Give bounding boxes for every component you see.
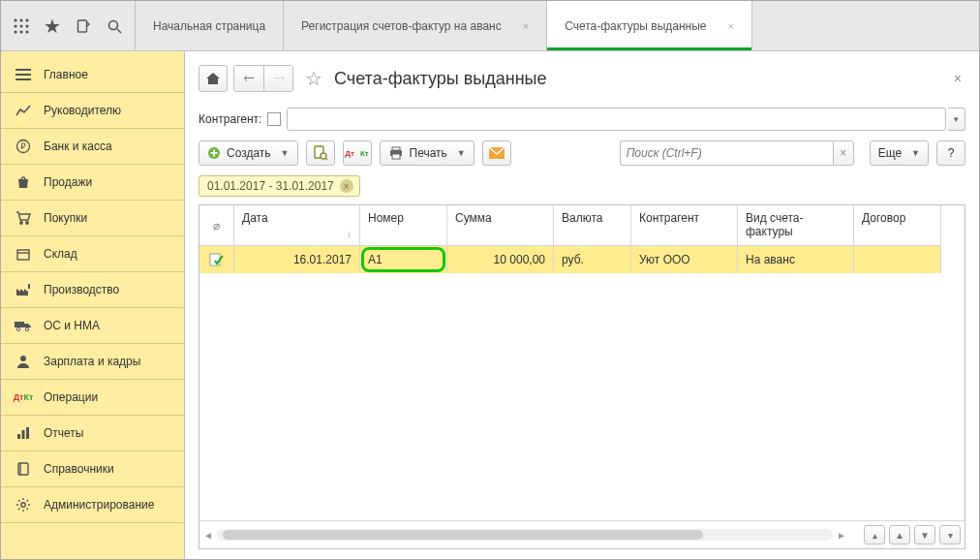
apps-grid-icon[interactable] [13,17,30,35]
counterparty-filter-checkbox[interactable] [267,112,281,126]
cell-counterparty: Уют ООО [631,246,738,273]
sidebar-item-warehouse[interactable]: Склад [1,236,184,272]
sidebar-item-operations[interactable]: ДтКт Операции [1,380,184,416]
paperclip-icon: ⌀ [213,219,220,233]
nav-back-forward: 🡐 🡒 [233,65,293,92]
chevron-down-icon: ▼ [457,148,466,158]
svg-rect-39 [392,147,400,150]
col-currency[interactable]: Валюта [554,205,631,246]
sidebar: Главное Руководителю ₽ Банк и касса Прод… [1,51,185,559]
sidebar-label: Покупки [44,211,87,225]
cell-sum: 10 000,00 [447,246,554,273]
more-button[interactable]: Еще ▼ [870,140,929,166]
tab-invoice-registration[interactable]: Регистрация счетов-фактур на аванс × [284,1,547,50]
box-icon [15,245,32,263]
sidebar-item-hr[interactable]: Зарплата и кадры [1,344,184,380]
history-icon[interactable] [75,17,92,35]
svg-rect-42 [210,254,220,265]
book-icon [15,460,32,478]
sidebar-item-main[interactable]: Главное [1,57,184,93]
more-button-label: Еще [878,146,902,160]
gear-icon [15,496,32,513]
col-counterparty[interactable]: Контрагент [631,205,738,246]
clear-date-icon[interactable]: × [340,179,353,193]
counterparty-filter-input[interactable] [287,108,946,131]
topbar-icon-group: ★ [1,1,136,50]
sidebar-item-assets[interactable]: ОС и НМА [1,308,184,344]
close-panel-button[interactable]: × [950,67,965,90]
nav-forward-button[interactable]: 🡒 [263,66,292,91]
sidebar-label: ОС и НМА [44,319,100,332]
close-icon[interactable]: × [523,20,529,32]
cell-kind: На аванс [738,246,854,273]
find-by-number-button[interactable] [306,140,335,166]
sidebar-label: Главное [44,68,88,81]
home-button[interactable] [199,65,228,92]
chevron-down-icon: ▼ [281,148,290,158]
col-label: Договор [862,211,905,225]
search-input[interactable] [620,140,833,166]
chart-line-icon [15,102,32,119]
sidebar-item-bank[interactable]: ₽ Банк и касса [1,129,184,165]
date-range-chip[interactable]: 01.01.2017 - 31.01.2017 × [199,175,360,197]
sidebar-label: Администрирование [44,498,154,512]
create-button-label: Создать [227,146,271,160]
factory-icon [15,281,32,298]
tab-label: Начальная страница [153,19,265,33]
svg-point-8 [25,30,28,33]
sidebar-item-manager[interactable]: Руководителю [1,93,184,129]
tab-issued-invoices[interactable]: Счета-фактуры выданные × [547,1,752,50]
help-button[interactable]: ? [936,140,965,166]
create-button[interactable]: Создать ▼ [199,140,298,166]
sidebar-item-production[interactable]: Производство [1,272,184,308]
sidebar-item-reports[interactable]: Отчеты [1,416,184,451]
svg-point-3 [14,24,16,27]
cell-date: 16.01.2017 [234,246,360,273]
svg-point-10 [109,20,118,29]
table-header: ⌀ Дата ↓ Номер Сумма Валюта Контрагент В… [199,205,965,246]
sidebar-item-purchases[interactable]: Покупки [1,201,184,236]
horizontal-scrollbar[interactable] [217,529,833,541]
counterparty-filter-dropdown[interactable]: ▾ [948,108,965,131]
svg-point-18 [26,222,28,224]
scroll-down-button[interactable]: ▼ [914,525,935,544]
title-row: 🡐 🡒 ☆ Счета-фактуры выданные × [199,65,965,92]
scroll-top-button[interactable]: ▴ [864,525,885,544]
star-icon[interactable]: ★ [44,17,61,35]
col-attachment[interactable]: ⌀ [199,205,234,246]
svg-point-17 [20,222,22,224]
tab-label: Счета-фактуры выданные [565,19,706,33]
scroll-bottom-button[interactable]: ▾ [939,525,961,544]
search-group: × [620,140,854,166]
close-icon[interactable]: × [728,20,734,32]
sidebar-item-directories[interactable]: Справочники [1,451,184,487]
col-sum[interactable]: Сумма [447,205,554,246]
svg-point-7 [19,30,22,33]
table-row[interactable]: 16.01.2017 А1 10 000,00 руб. Уют ООО На … [199,246,965,273]
email-button[interactable] [482,140,511,166]
col-kind[interactable]: Вид счета-фактуры [738,205,854,246]
search-clear-button[interactable]: × [833,140,854,166]
scroll-up-button[interactable]: ▲ [889,525,910,544]
col-contract[interactable]: Договор [854,205,941,246]
counterparty-filter-label: Контрагент: [199,112,261,126]
col-label: Вид счета-фактуры [746,211,845,238]
nav-back-button[interactable]: 🡐 [234,66,263,91]
cart-icon [15,209,32,227]
document-posted-icon [209,253,225,266]
svg-line-37 [325,158,327,160]
sidebar-label: Склад [44,247,77,261]
menu-icon [15,66,32,83]
search-icon[interactable] [106,17,123,35]
sidebar-item-sales[interactable]: Продажи [1,165,184,201]
tab-start-page[interactable]: Начальная страница [136,1,284,50]
favorite-star-icon[interactable]: ☆ [305,67,322,90]
svg-point-6 [14,30,16,33]
svg-point-1 [19,18,22,21]
col-number[interactable]: Номер [360,205,447,246]
svg-rect-26 [17,434,20,439]
print-button[interactable]: Печать ▼ [380,140,475,166]
col-date[interactable]: Дата ↓ [234,205,360,246]
dtkt-button[interactable]: ДтКт [343,140,372,166]
sidebar-item-admin[interactable]: Администрирование [1,487,184,523]
